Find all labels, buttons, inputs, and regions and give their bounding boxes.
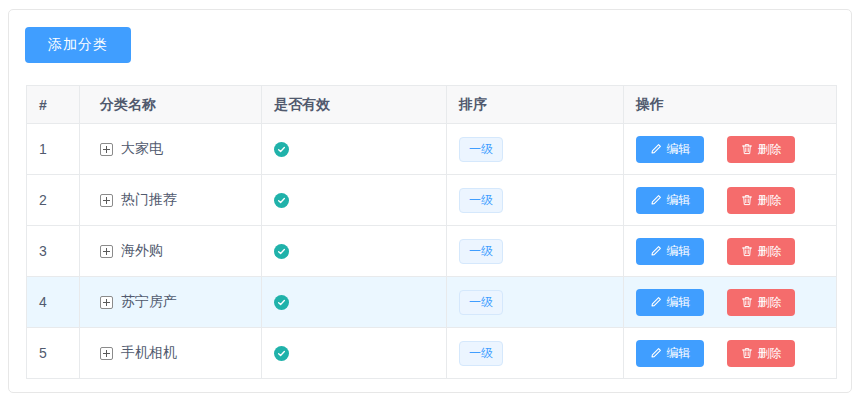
trash-icon (741, 296, 753, 308)
category-name: 大家电 (121, 140, 163, 158)
header-name: 分类名称 (80, 86, 262, 123)
level-tag: 一级 (459, 137, 503, 162)
row-index: 4 (27, 277, 80, 327)
category-name: 热门推荐 (121, 191, 177, 209)
valid-cell (262, 226, 447, 276)
delete-button[interactable]: 删除 (727, 340, 795, 367)
operations-cell: 编辑 删除 (624, 175, 836, 225)
delete-button[interactable]: 删除 (727, 187, 795, 214)
edit-button[interactable]: 编辑 (636, 136, 704, 163)
table-row: 1 大家电 一级 编辑 (27, 124, 836, 175)
valid-cell (262, 124, 447, 174)
category-table: # 分类名称 是否有效 排序 操作 1 大家电 一级 (26, 85, 837, 379)
check-circle-icon (274, 193, 289, 208)
pencil-icon (650, 296, 662, 308)
check-circle-icon (274, 346, 289, 361)
operations-cell: 编辑 删除 (624, 124, 836, 174)
row-index: 2 (27, 175, 80, 225)
check-circle-icon (274, 142, 289, 157)
add-category-button[interactable]: 添加分类 (25, 27, 131, 63)
row-index: 5 (27, 328, 80, 378)
sort-cell: 一级 (447, 124, 624, 174)
table-row: 5 手机相机 一级 编辑 (27, 328, 836, 379)
header-index: # (27, 86, 80, 123)
check-circle-icon (274, 244, 289, 259)
table-row: 4 苏宁房产 一级 编辑 (27, 277, 836, 328)
category-name-cell: 苏宁房产 (80, 277, 262, 327)
delete-button[interactable]: 删除 (727, 238, 795, 265)
pencil-icon (650, 347, 662, 359)
operations-cell: 编辑 删除 (624, 328, 836, 378)
row-index: 1 (27, 124, 80, 174)
plus-square-icon[interactable] (100, 143, 113, 156)
trash-icon (741, 194, 753, 206)
sort-cell: 一级 (447, 277, 624, 327)
sort-cell: 一级 (447, 328, 624, 378)
plus-square-icon[interactable] (100, 296, 113, 309)
valid-cell (262, 328, 447, 378)
pencil-icon (650, 143, 662, 155)
category-name-cell: 大家电 (80, 124, 262, 174)
category-name-cell: 热门推荐 (80, 175, 262, 225)
edit-button[interactable]: 编辑 (636, 187, 704, 214)
header-sort: 排序 (447, 86, 624, 123)
level-tag: 一级 (459, 290, 503, 315)
table-body: 1 大家电 一级 编辑 (27, 124, 836, 379)
trash-icon (741, 143, 753, 155)
operations-cell: 编辑 删除 (624, 277, 836, 327)
header-operations: 操作 (624, 86, 836, 123)
check-circle-icon (274, 295, 289, 310)
plus-square-icon[interactable] (100, 245, 113, 258)
delete-button[interactable]: 删除 (727, 289, 795, 316)
trash-icon (741, 245, 753, 257)
sort-cell: 一级 (447, 226, 624, 276)
category-name: 海外购 (121, 242, 163, 260)
category-name-cell: 海外购 (80, 226, 262, 276)
table-row: 3 海外购 一级 编辑 (27, 226, 836, 277)
delete-button[interactable]: 删除 (727, 136, 795, 163)
level-tag: 一级 (459, 188, 503, 213)
valid-cell (262, 175, 447, 225)
sort-cell: 一级 (447, 175, 624, 225)
plus-square-icon[interactable] (100, 194, 113, 207)
level-tag: 一级 (459, 341, 503, 366)
row-index: 3 (27, 226, 80, 276)
table-header-row: # 分类名称 是否有效 排序 操作 (27, 86, 836, 124)
trash-icon (741, 347, 753, 359)
table-row: 2 热门推荐 一级 编辑 (27, 175, 836, 226)
category-name: 苏宁房产 (121, 293, 177, 311)
plus-square-icon[interactable] (100, 347, 113, 360)
category-name-cell: 手机相机 (80, 328, 262, 378)
valid-cell (262, 277, 447, 327)
edit-button[interactable]: 编辑 (636, 340, 704, 367)
category-panel: 添加分类 # 分类名称 是否有效 排序 操作 1 大家电 一级 (8, 9, 852, 393)
header-valid: 是否有效 (262, 86, 447, 123)
edit-button[interactable]: 编辑 (636, 238, 704, 265)
pencil-icon (650, 245, 662, 257)
category-name: 手机相机 (121, 344, 177, 362)
level-tag: 一级 (459, 239, 503, 264)
edit-button[interactable]: 编辑 (636, 289, 704, 316)
operations-cell: 编辑 删除 (624, 226, 836, 276)
pencil-icon (650, 194, 662, 206)
